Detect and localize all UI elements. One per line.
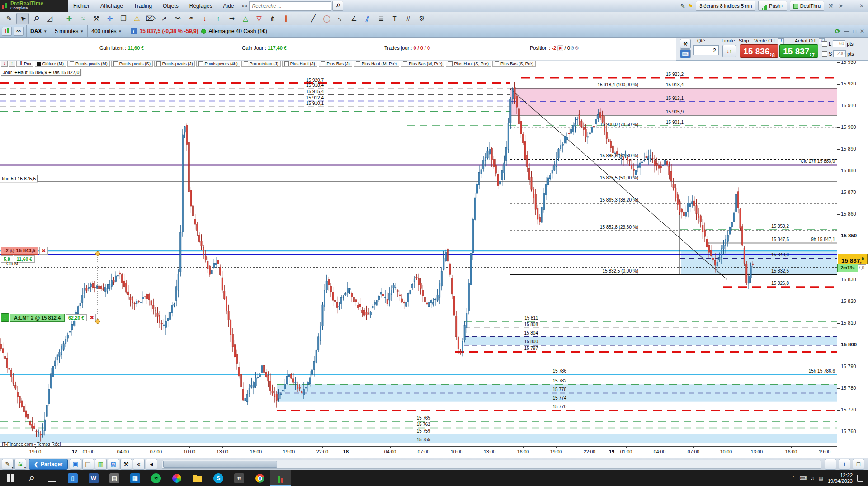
units-selector[interactable]: 400 unités▼: [88, 25, 126, 37]
legend-item-3[interactable]: Points pivots (S): [111, 61, 153, 67]
price-chart-canvas[interactable]: [0, 67, 837, 447]
scale-down-icon[interactable]: ↓: [1, 61, 8, 67]
legend-checkbox[interactable]: [284, 61, 289, 66]
candlestick-style-icon[interactable]: [2, 27, 12, 36]
horizontal-scrollbar[interactable]: [162, 460, 821, 469]
legend-checkbox[interactable]: [198, 61, 203, 66]
channel-tool[interactable]: ∥: [361, 13, 374, 24]
positions-icon[interactable]: ▥: [95, 459, 107, 470]
word-icon[interactable]: W: [83, 470, 104, 486]
sync-icon[interactable]: ⟳: [835, 28, 840, 35]
ellipse-tool[interactable]: ◯: [321, 13, 333, 24]
time-axis[interactable]: 19:001701:0004:0007:0010:0013:0016:0019:…: [0, 447, 868, 458]
fullscreen-icon[interactable]: □: [853, 459, 864, 470]
legend-checkbox[interactable]: [244, 61, 248, 66]
scrollbar-thumb[interactable]: [163, 461, 277, 468]
legend-checkbox[interactable]: [495, 61, 499, 66]
legend-item-1[interactable]: Clôture (M): [35, 61, 66, 67]
ms-store-icon[interactable]: ▦: [125, 470, 146, 486]
draw-mode-icon[interactable]: ✎▾: [2, 459, 14, 470]
window-close-button[interactable]: ✕: [860, 28, 864, 34]
search-input[interactable]: [249, 1, 331, 11]
legend-item-4[interactable]: Points pivots (J): [154, 61, 195, 67]
parallel-lines-tool[interactable]: ∥: [280, 13, 292, 24]
segment-extended-tool[interactable]: ⚭: [185, 13, 198, 24]
segment-tool[interactable]: ⚯: [171, 13, 184, 24]
share-button[interactable]: ❮Partager: [29, 459, 68, 470]
legend-checkbox[interactable]: [448, 61, 453, 66]
export-chart-icon[interactable]: ▧: [108, 459, 119, 470]
edit-notes-icon[interactable]: ✎: [680, 3, 685, 9]
quantity-input[interactable]: 2: [693, 45, 719, 55]
position-settings-icon[interactable]: ⚙⚙: [570, 45, 579, 51]
chart-settings-icon[interactable]: ⚒: [120, 459, 132, 470]
angle-tool[interactable]: ∠: [348, 13, 360, 24]
legend-item-7[interactable]: Plus Haut (J): [282, 61, 317, 67]
your-phone-icon[interactable]: ▯: [62, 470, 83, 486]
paint-icon[interactable]: [166, 470, 187, 486]
limit-distance-row[interactable]: L60pts: [822, 40, 854, 47]
comment-icon[interactable]: ▣: [70, 459, 81, 470]
legend-checkbox[interactable]: [70, 61, 74, 66]
tray-network-icon[interactable]: ▤: [819, 475, 823, 481]
window-minimize-button[interactable]: —: [844, 28, 849, 34]
legend-checkbox[interactable]: [156, 61, 161, 66]
grid-tool[interactable]: #: [402, 13, 415, 24]
legend-item-0[interactable]: Prix: [16, 61, 33, 67]
tray-expand-icon[interactable]: ⌃: [791, 475, 795, 481]
tray-keyboard-icon[interactable]: ⌨: [799, 475, 807, 481]
keyboard-order-button[interactable]: ⌨: [680, 49, 691, 58]
alert-bell-tool[interactable]: ⚠: [131, 13, 143, 24]
menu-objets[interactable]: Objets: [157, 0, 184, 12]
legend-item-5[interactable]: Points pivots (4h): [196, 61, 240, 67]
zoom-tool[interactable]: ⚲: [30, 13, 42, 24]
legend-checkbox[interactable]: [321, 61, 326, 66]
window-maximize-button[interactable]: □: [853, 28, 856, 34]
taskbar-clock[interactable]: 12:22 19/04/2023: [828, 472, 853, 484]
notification-center-icon[interactable]: [857, 475, 863, 482]
calculator-icon[interactable]: ⌗: [229, 470, 250, 486]
legend-item-11[interactable]: Plus Haut (S, Pré): [446, 61, 491, 67]
triangle-pattern-tool[interactable]: △: [239, 13, 252, 24]
push-status[interactable]: Push+: [758, 1, 787, 11]
chart-area[interactable]: Jour :+Haut 15 896,9 +Bas 15 827,0 fibo …: [0, 67, 837, 447]
legend-checkbox[interactable]: [356, 61, 360, 66]
menu-affichage[interactable]: Affichage: [95, 0, 128, 12]
workspace-selector[interactable]: 3 écrans 8 indices 5 mn: [696, 1, 755, 11]
cursor-tool[interactable]: ➤: [16, 13, 29, 24]
stop-distance-row[interactable]: S200pts: [822, 50, 854, 57]
tray-volume-icon[interactable]: ♫: [811, 475, 814, 481]
report-icon[interactable]: ▤: [82, 459, 94, 470]
chart-type-icon[interactable]: ≋▾: [14, 459, 26, 470]
menu-réglages[interactable]: Réglages: [184, 0, 218, 12]
horizontal-line-tool[interactable]: —: [293, 13, 306, 24]
spotify-icon[interactable]: ≈: [146, 470, 166, 486]
settings-tool[interactable]: ⚙: [415, 13, 428, 24]
minimize-button[interactable]: —: [847, 3, 855, 9]
legend-item-9[interactable]: Plus Haut (M, Pré): [354, 61, 399, 67]
wedge-pattern-tool[interactable]: ▽: [253, 13, 265, 24]
trend-lines-tool[interactable]: ≈: [76, 13, 89, 24]
resize-tool[interactable]: ↔: [334, 13, 347, 24]
menu-aide[interactable]: Aide: [217, 0, 239, 12]
continue-arrow-tool[interactable]: ➡: [226, 13, 238, 24]
link-chart-icon[interactable]: ⚯: [14, 27, 24, 36]
legend-item-8[interactable]: Plus Bas (J): [319, 61, 352, 67]
copy-tool[interactable]: ❐: [117, 13, 130, 24]
sell-button[interactable]: 15 836,8: [740, 44, 778, 58]
task-view-button[interactable]: [42, 470, 62, 486]
explorer-icon[interactable]: [187, 470, 208, 486]
flag-icon[interactable]: ⚑: [688, 3, 693, 9]
legend-checkbox[interactable]: [113, 61, 118, 66]
sell-arrow-tool[interactable]: ↓: [198, 13, 211, 24]
taskbar-search-button[interactable]: ⚲: [21, 470, 42, 486]
collapse-icon[interactable]: «: [133, 459, 145, 470]
pencil-tool[interactable]: ✎: [3, 13, 15, 24]
zoom-out-icon[interactable]: −: [825, 459, 836, 470]
limit-order-button[interactable]: ↓↑: [722, 45, 736, 57]
arrow-draw-tool[interactable]: ↗: [158, 13, 170, 24]
price-axis[interactable]: 15 93015 92015 91015 90015 89015 88015 8…: [837, 60, 868, 447]
start-button[interactable]: [0, 470, 21, 486]
zoom-in-icon[interactable]: +: [839, 459, 850, 470]
menu-trading[interactable]: Trading: [128, 0, 157, 12]
